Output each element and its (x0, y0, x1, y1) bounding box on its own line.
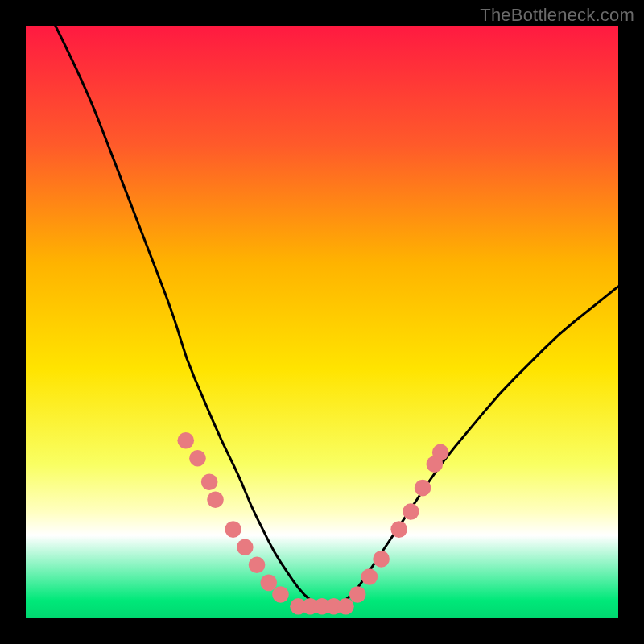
marker-point (249, 556, 266, 573)
plot-area (26, 26, 618, 618)
marker-point (189, 450, 206, 467)
marker-point (260, 575, 277, 592)
marker-point (272, 586, 289, 603)
marker-point (402, 503, 419, 520)
marker-point (415, 480, 431, 497)
chart-svg (26, 26, 618, 618)
marker-point (225, 521, 242, 538)
marker-point (432, 444, 449, 461)
marker-point (337, 598, 354, 615)
marker-point (177, 432, 194, 449)
marker-point (201, 473, 218, 490)
marker-point (207, 491, 224, 508)
chart-frame: TheBottleneck.com (0, 0, 644, 644)
watermark-text: TheBottleneck.com (480, 5, 634, 26)
marker-point (361, 568, 378, 585)
marker-point (390, 521, 407, 538)
marker-point (237, 539, 254, 555)
gradient-background (26, 26, 618, 618)
marker-point (349, 586, 366, 603)
marker-point (373, 551, 390, 568)
